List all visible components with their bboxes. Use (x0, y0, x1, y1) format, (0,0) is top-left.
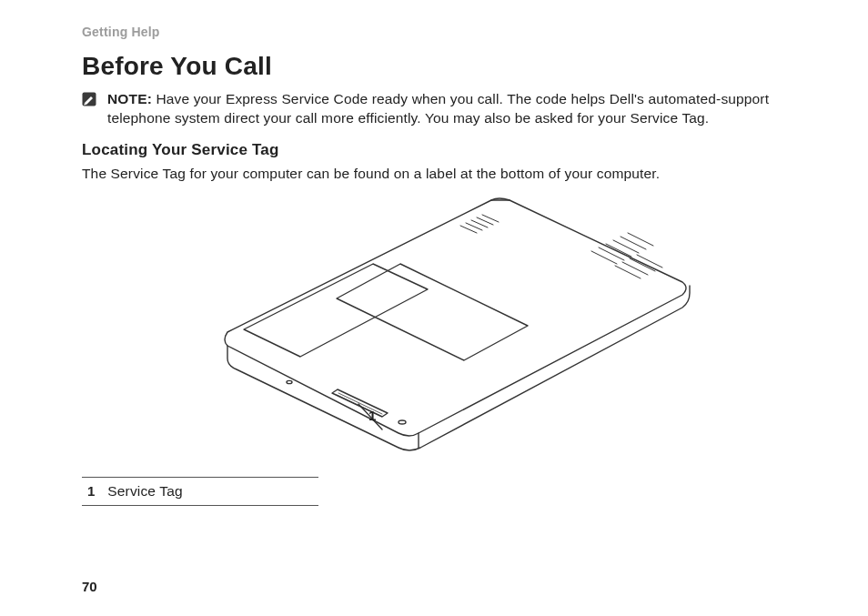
manual-page: Getting Help Before You Call NOTE: Have … (0, 0, 868, 616)
running-header: Getting Help (82, 25, 813, 39)
subheading-locating-service-tag: Locating Your Service Tag (82, 141, 813, 159)
svg-line-15 (637, 255, 662, 268)
page-number: 70 (82, 579, 97, 594)
figure-laptop-bottom: 1 (191, 191, 701, 455)
svg-line-7 (599, 247, 624, 260)
figure-legend: 1 Service Tag (82, 477, 318, 506)
figure-callout-number: 1 (368, 408, 376, 423)
note-body: Have your Express Service Code ready whe… (107, 91, 769, 126)
note-text: NOTE: Have your Express Service Code rea… (107, 90, 813, 128)
svg-point-19 (399, 420, 406, 424)
svg-point-16 (287, 380, 292, 383)
svg-line-10 (621, 237, 646, 249)
svg-line-11 (628, 233, 653, 246)
svg-line-8 (606, 244, 631, 257)
note-block: NOTE: Have your Express Service Code rea… (82, 90, 813, 128)
note-label: NOTE: (107, 91, 152, 106)
legend-item-number: 1 (82, 483, 95, 499)
laptop-bottom-illustration (191, 191, 701, 455)
note-icon (82, 92, 96, 106)
svg-line-6 (591, 251, 617, 264)
svg-line-14 (630, 258, 655, 271)
page-title: Before You Call (82, 52, 813, 81)
legend-item-label: Service Tag (107, 483, 182, 500)
svg-line-12 (615, 266, 641, 278)
body-paragraph: The Service Tag for your computer can be… (82, 165, 813, 184)
